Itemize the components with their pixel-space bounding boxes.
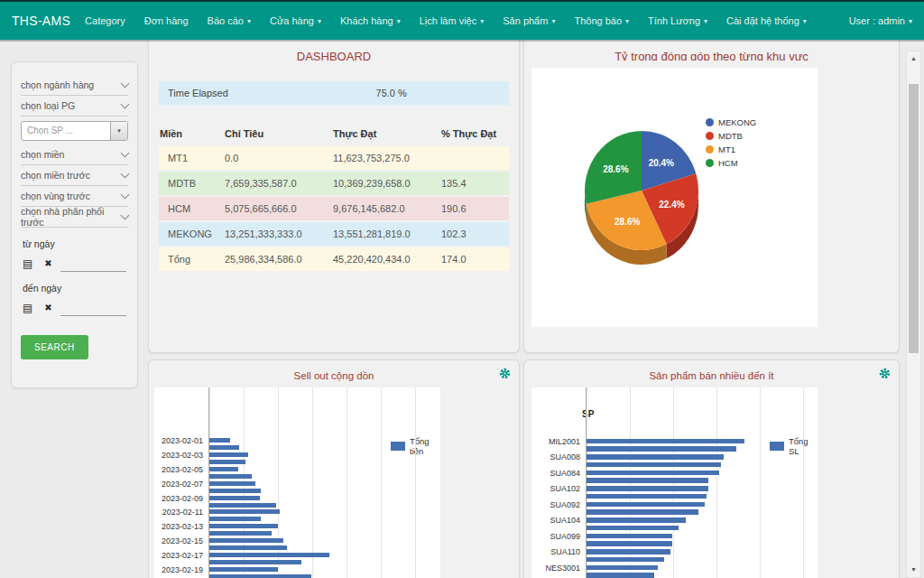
bar: [587, 549, 670, 555]
cell: 13,551,281,819.0: [333, 222, 441, 246]
pie-data-label: 28.6%: [614, 217, 640, 227]
app-brand[interactable]: THS-AMS: [12, 14, 70, 28]
nav-item-khach-hang[interactable]: Khách hàng▾: [340, 15, 401, 26]
bar: [587, 573, 654, 578]
sp-select[interactable]: Chọn SP ... ▾: [21, 121, 128, 141]
bar: [587, 478, 708, 483]
nav-item-lich-lam-viec[interactable]: Lịch làm việc▾: [420, 15, 485, 26]
calendar-icon[interactable]: ▤: [23, 303, 32, 313]
cell: 190.6: [441, 197, 509, 220]
nav-item-label: Sản phẩm: [503, 15, 548, 26]
clear-date-icon[interactable]: ✖: [44, 303, 51, 313]
cell: [441, 146, 509, 170]
nav-item-tinh-luong[interactable]: Tính Lương▾: [648, 15, 707, 26]
bar: [209, 481, 255, 486]
caret-down-icon: ▾: [480, 17, 484, 25]
bar: [587, 565, 658, 571]
cell: 5,075,665,666.0: [225, 197, 333, 220]
bar: [587, 494, 707, 499]
cell: 102.3: [441, 222, 509, 246]
page-scrollbar[interactable]: ▲ ▼: [906, 51, 921, 578]
chevron-down-icon: [121, 99, 130, 108]
gear-icon[interactable]: [499, 368, 511, 379]
sp-select-placeholder: Chọn SP ...: [22, 122, 110, 140]
table-row-mdtb: MDTB7,659,335,587.010,369,239,658.0135.4: [159, 172, 509, 195]
dashboard-panel: DASHBOARD Time Elapsed 75.0 % MiềnChỉ Ti…: [148, 40, 520, 353]
top-navbar: THS-AMS CategoryĐơn hàngBáo cáo▾Cửa hàng…: [0, 0, 924, 40]
sidebar-dropdown-label: chọn vùng trước: [21, 191, 90, 201]
table-body: MT10.011,623,753,275.0MDTB7,659,335,587.…: [159, 146, 509, 271]
sidebar-dropdown-chon-mien[interactable]: chọn miền: [21, 144, 128, 165]
sellout-panel: Sell out cộng dồn Tổng tiền 2023-02-0120…: [148, 359, 520, 578]
date-from-input[interactable]: [60, 256, 126, 272]
pie-data-label: 22.4%: [659, 200, 684, 210]
date-to-row: ▤ ✖: [23, 300, 126, 316]
bar: [587, 557, 664, 563]
sidebar-dropdown-chon-vung-truoc[interactable]: chọn vùng trước: [21, 186, 128, 207]
column-header-chi-tieu: Chỉ Tiêu: [225, 128, 333, 139]
bar: [209, 496, 260, 500]
bar: [209, 474, 252, 479]
bar-tick-label: NES3001: [545, 564, 580, 573]
bar-tick-label: 2023-02-11: [162, 508, 203, 517]
pie-legend-item-mt1: MT1: [706, 143, 756, 156]
bar: [587, 439, 744, 444]
column-header-mien: Miền: [159, 128, 225, 139]
bar-plot-area: [586, 387, 818, 578]
legend-label: MDTB: [718, 131, 743, 141]
nav-item-label: Thông báo: [574, 15, 622, 26]
legend-dot: [706, 118, 714, 126]
bar: [209, 524, 278, 528]
nav-item-category[interactable]: Category: [85, 15, 125, 26]
time-elapsed-value: 75.0 %: [376, 81, 407, 105]
bar: [587, 454, 724, 460]
nav-item-label: Tính Lương: [648, 15, 700, 26]
pie-data-label: 20.4%: [649, 158, 674, 168]
nav-item-thong-bao[interactable]: Thông báo▾: [574, 15, 629, 26]
clear-date-icon[interactable]: ✖: [44, 258, 51, 269]
bar-category-axis: 2023-02-012023-02-032023-02-052023-02-07…: [154, 387, 208, 578]
bar: [587, 517, 686, 523]
pie-chart: 20.4%22.4%28.6%28.6% MEKONGMDTBMT1HCM: [531, 68, 818, 327]
pie-data-label: 28.6%: [603, 164, 628, 174]
scroll-down-arrow[interactable]: ▼: [907, 563, 920, 577]
nav-item-bao-cao[interactable]: Báo cáo▾: [208, 15, 251, 26]
sidebar-dropdowns-top: chọn ngành hàngchọn loại PG: [12, 75, 137, 117]
bar: [209, 452, 248, 457]
sidebar-dropdown-chon-mien-truoc[interactable]: chọn miền trước: [21, 165, 128, 186]
legend-dot: [706, 132, 714, 140]
caret-down-icon: ▾: [704, 17, 707, 25]
scrollbar-thumb[interactable]: [909, 84, 919, 353]
nav-item-don-hang[interactable]: Đơn hàng: [144, 15, 189, 26]
cell: HCM: [159, 197, 225, 220]
gear-icon[interactable]: [879, 368, 891, 379]
caret-down-icon: ▾: [397, 17, 401, 25]
cell: 135.4: [441, 172, 509, 195]
nav-item-san-pham[interactable]: Sản phẩm▾: [503, 15, 555, 26]
bar: [209, 445, 239, 450]
time-elapsed-label: Time Elapsed: [168, 88, 228, 98]
cell: MEKONG: [159, 222, 225, 246]
nav-item-label: Cửa hàng: [270, 15, 314, 26]
sp-select-open-button[interactable]: ▾: [110, 122, 127, 140]
nav-item-label: Báo cáo: [208, 15, 244, 26]
sidebar-dropdown-chon-nganh-hang[interactable]: chọn ngành hàng: [21, 75, 128, 96]
nav-item-cai-dat-he-thong[interactable]: Cài đặt hệ thống▾: [726, 15, 807, 26]
table-header-row: MiềnChỉ TiêuThực Đạt% Thực Đạt: [159, 125, 509, 146]
scroll-up-arrow[interactable]: ▲: [907, 51, 920, 66]
cell: 25,986,334,586.0: [225, 247, 333, 271]
user-menu[interactable]: User : admin ▾: [849, 15, 912, 26]
bar: [209, 545, 287, 550]
date-to-input[interactable]: [60, 300, 126, 316]
sidebar-dropdown-chon-nha-phan-phoi-truoc[interactable]: chọn nhà phân phối trước: [21, 207, 128, 228]
nav-item-cua-hang[interactable]: Cửa hàng▾: [270, 15, 321, 26]
table-row-mekong: MEKONG13,251,333,333.013,551,281,819.010…: [159, 222, 509, 246]
cell: 13,251,333,333.0: [225, 222, 333, 246]
search-button[interactable]: SEARCH: [21, 335, 88, 359]
bar: [209, 560, 301, 564]
calendar-icon[interactable]: ▤: [23, 258, 32, 269]
sidebar-dropdown-chon-loai-pg[interactable]: chọn loại PG: [21, 96, 128, 117]
pie-legend-item-hcm: HCM: [706, 156, 756, 170]
bar-plot-area: [208, 387, 440, 578]
bar-tick-label: SUA008: [550, 452, 580, 461]
